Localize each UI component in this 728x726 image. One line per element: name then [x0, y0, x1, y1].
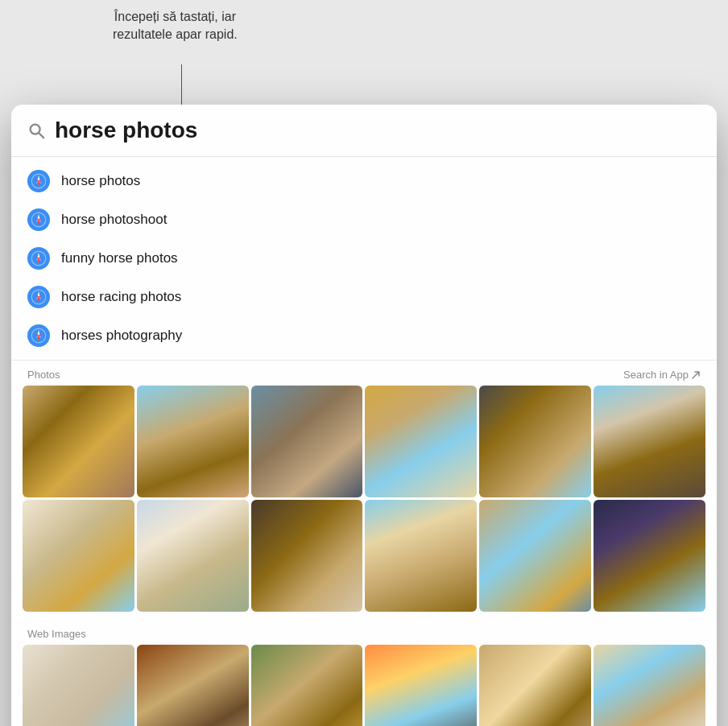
- external-link-icon: [691, 370, 701, 380]
- photos-grid: [11, 386, 717, 620]
- web-image-cell[interactable]: [137, 645, 249, 726]
- photo-cell[interactable]: [594, 500, 705, 612]
- photo-cell[interactable]: [365, 500, 477, 612]
- suggestion-horse-racing[interactable]: horse racing photos: [11, 278, 717, 316]
- photo-cell[interactable]: [137, 386, 249, 497]
- suggestion-text-4: horse racing photos: [61, 289, 181, 305]
- callout-line: [181, 64, 182, 105]
- web-image-cell[interactable]: [251, 645, 363, 726]
- web-image-cell[interactable]: [594, 645, 705, 726]
- photo-cell[interactable]: [594, 386, 705, 497]
- photos-label: Photos: [27, 369, 60, 381]
- web-image-cell[interactable]: [479, 645, 591, 726]
- web-images-section-header: Web Images: [11, 620, 717, 645]
- web-images-label: Web Images: [27, 628, 86, 640]
- photo-cell[interactable]: [23, 386, 134, 497]
- tooltip-line2: rezultatele apar rapid.: [113, 26, 238, 43]
- safari-icon-1: [27, 170, 50, 192]
- photo-cell[interactable]: [251, 386, 363, 497]
- search-panel: horse photos horse photos horse photosho…: [11, 105, 717, 726]
- suggestion-text-2: horse photoshoot: [61, 212, 167, 228]
- search-in-app-button[interactable]: Search in App: [623, 369, 701, 381]
- suggestion-text-3: funny horse photos: [61, 250, 178, 266]
- tooltip: Începeți să tastați, iar rezultatele apa…: [113, 8, 238, 44]
- photo-cell[interactable]: [23, 500, 134, 612]
- safari-icon-2: [27, 208, 50, 231]
- safari-icon-5: [27, 324, 50, 347]
- safari-icon-3: [27, 247, 50, 270]
- suggestions-list: horse photos horse photoshoot funny hors…: [11, 157, 717, 361]
- search-bar: horse photos: [11, 105, 717, 157]
- search-query[interactable]: horse photos: [55, 118, 701, 143]
- tooltip-line1: Începeți să tastați, iar: [113, 8, 238, 26]
- suggestion-text-1: horse photos: [61, 173, 140, 189]
- web-image-cell[interactable]: [23, 645, 134, 726]
- suggestion-funny-horse[interactable]: funny horse photos: [11, 239, 717, 278]
- photo-cell[interactable]: [479, 386, 591, 497]
- suggestion-horse-photos[interactable]: horse photos: [11, 162, 717, 200]
- suggestion-text-5: horses photography: [61, 328, 182, 344]
- photos-section-header: Photos Search in App: [11, 361, 717, 386]
- web-image-cell[interactable]: [365, 645, 477, 726]
- photo-cell[interactable]: [137, 500, 249, 612]
- web-images-grid: [11, 645, 717, 726]
- safari-icon-4: [27, 286, 50, 308]
- photo-cell[interactable]: [365, 386, 477, 497]
- photo-cell[interactable]: [251, 500, 363, 612]
- suggestion-horses-photography[interactable]: horses photography: [11, 316, 717, 355]
- svg-line-1: [39, 133, 43, 138]
- suggestion-horse-photoshoot[interactable]: horse photoshoot: [11, 200, 717, 239]
- photo-cell[interactable]: [479, 500, 591, 612]
- search-in-app-text: Search in App: [623, 369, 689, 381]
- search-icon: [27, 122, 45, 139]
